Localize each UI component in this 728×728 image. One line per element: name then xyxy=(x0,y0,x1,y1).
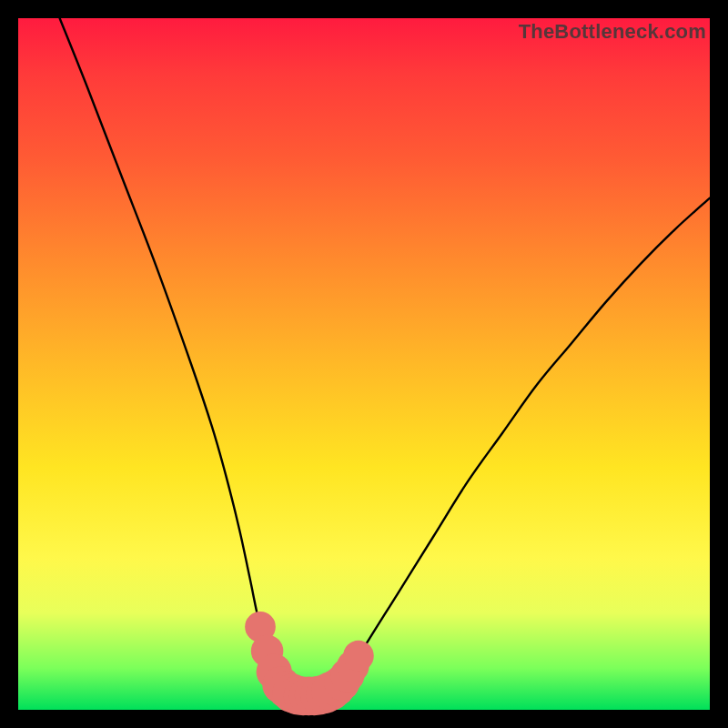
chart-frame: TheBottleneck.com xyxy=(0,0,728,728)
bottleneck-curve xyxy=(60,18,710,696)
flat-bottom-markers xyxy=(245,612,374,715)
curve-svg xyxy=(18,18,710,710)
plot-area: TheBottleneck.com xyxy=(18,18,710,710)
curve-marker xyxy=(343,641,374,672)
